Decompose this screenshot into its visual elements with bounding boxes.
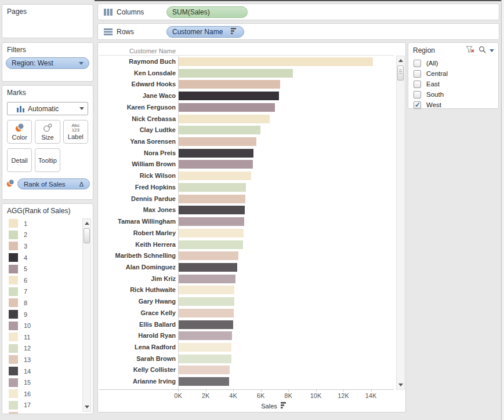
legend-swatch[interactable] [9, 276, 18, 284]
scroll-up-arrow[interactable] [83, 220, 90, 227]
row-label[interactable]: Edward Hooks [98, 79, 176, 90]
chevron-down-icon[interactable] [79, 107, 84, 110]
row-label[interactable]: Tamara Willingham [98, 216, 176, 228]
legend-item[interactable]: 7 [3, 286, 82, 298]
legend-swatch[interactable] [9, 310, 18, 319]
row-label[interactable]: Gary Hwang [98, 296, 176, 308]
legend-swatch[interactable] [9, 401, 18, 410]
row-label[interactable]: Harold Ryan [98, 330, 176, 342]
row-label[interactable]: Nick Crebassa [98, 114, 176, 125]
row-label[interactable]: Robert Marley [98, 228, 176, 239]
color-legend-panel[interactable]: AGG(Rank of Sales) 123456789101112131415… [2, 203, 93, 414]
bar[interactable] [179, 137, 256, 146]
row-label[interactable]: Clay Ludtke [98, 125, 176, 136]
legend-scrollbar[interactable] [82, 218, 91, 412]
checkbox[interactable] [414, 60, 421, 67]
filters-shelf[interactable]: Filters Region: West [2, 42, 93, 82]
rank-of-sales-pill[interactable]: Rank of Sales Δ [17, 178, 90, 189]
legend-swatch[interactable] [9, 298, 18, 307]
bar[interactable] [179, 171, 251, 180]
bar[interactable] [179, 366, 230, 374]
columns-shelf[interactable]: Columns SUM(Sales) [97, 3, 499, 20]
row-label[interactable]: Lena Radford [98, 342, 176, 353]
pages-shelf[interactable]: Pages [2, 4, 93, 38]
checkbox[interactable] [414, 101, 421, 109]
row-label[interactable]: Arianne Irving [98, 376, 176, 388]
customer-name-pill[interactable]: Customer Name [166, 26, 244, 38]
bar[interactable] [179, 103, 275, 112]
legend-item[interactable]: 15 [3, 377, 82, 388]
legend-item[interactable]: 4 [3, 252, 82, 264]
color-button[interactable]: Color [7, 120, 32, 144]
scroll-down-arrow[interactable] [397, 381, 404, 389]
option-label[interactable]: (All) [426, 60, 438, 67]
bar[interactable] [179, 229, 244, 238]
bar[interactable] [179, 331, 232, 340]
chevron-down-icon[interactable] [490, 49, 494, 52]
row-label[interactable]: Sarah Brown [98, 353, 176, 365]
legend-item[interactable]: 1 [3, 218, 82, 229]
bar[interactable] [179, 343, 231, 352]
row-label[interactable]: Fred Hopkins [98, 182, 176, 193]
legend-item[interactable]: 5 [3, 263, 82, 275]
row-label[interactable]: Jane Waco [98, 90, 176, 102]
legend-swatch[interactable] [9, 219, 18, 228]
legend-item[interactable]: 3 [3, 240, 82, 252]
legend-item[interactable]: 10 [3, 320, 82, 331]
legend-swatch[interactable] [9, 355, 18, 364]
rows-shelf[interactable]: Rows Customer Name [97, 23, 499, 40]
detail-button[interactable]: Detail [7, 148, 32, 172]
legend-item[interactable]: 9 [3, 309, 82, 320]
exclude-filter-icon[interactable] [466, 45, 475, 56]
bar[interactable] [179, 160, 253, 169]
checkbox[interactable] [414, 70, 421, 78]
sort-descending-icon[interactable] [231, 28, 238, 36]
region-option-central[interactable]: Central [408, 68, 498, 79]
legend-item[interactable]: 2 [3, 229, 82, 241]
bar[interactable] [179, 217, 244, 226]
scrollbar-thumb[interactable] [84, 228, 90, 243]
bar[interactable] [179, 240, 243, 249]
legend-swatch[interactable] [9, 412, 18, 414]
search-icon[interactable] [478, 45, 486, 56]
legend-item[interactable]: 13 [3, 354, 82, 366]
option-label[interactable]: South [426, 91, 444, 98]
row-label[interactable]: Jim Kriz [98, 273, 176, 285]
row-label[interactable]: Kelly Collister [98, 364, 176, 376]
legend-item[interactable]: 14 [3, 366, 82, 377]
row-label[interactable]: Grace Kelly [98, 308, 176, 319]
bar[interactable] [179, 263, 237, 272]
size-button[interactable]: Size [35, 120, 60, 144]
option-label[interactable]: Central [426, 70, 448, 77]
chart-area[interactable]: Customer Name Raymond BuchKen LonsdaleEd… [97, 42, 406, 412]
row-label[interactable]: Ellis Ballard [98, 319, 176, 331]
marks-panel[interactable]: Marks Automatic Color Size Abc 123 Label [2, 85, 93, 200]
legend-item[interactable]: 11 [3, 331, 82, 343]
bar[interactable] [179, 206, 245, 214]
bar[interactable] [179, 297, 234, 306]
mark-type-dropdown[interactable]: Automatic [7, 102, 88, 115]
legend-swatch[interactable] [9, 242, 18, 250]
chevron-down-icon[interactable] [79, 62, 84, 65]
filter-pill-region-west[interactable]: Region: West [6, 57, 89, 69]
legend-item[interactable]: 17 [3, 400, 82, 411]
x-axis-title[interactable]: Sales [178, 402, 371, 410]
region-option-all[interactable]: (All) [408, 58, 498, 68]
row-label[interactable]: Max Jones [98, 204, 176, 216]
scroll-down-arrow[interactable] [83, 403, 90, 411]
bar[interactable] [179, 126, 260, 134]
row-label[interactable]: Maribeth Schnelling [98, 250, 176, 262]
row-label[interactable]: Rick Huthwaite [98, 284, 176, 296]
row-label[interactable]: Yana Sorensen [98, 136, 176, 148]
region-option-west[interactable]: West [408, 100, 498, 110]
bar[interactable] [179, 57, 373, 66]
region-quick-filter[interactable]: Region (All)CentralEastSouthWest [408, 42, 499, 109]
sort-descending-icon[interactable] [281, 402, 288, 410]
bar[interactable] [179, 286, 234, 294]
row-label[interactable]: Karen Ferguson [98, 102, 176, 114]
bar[interactable] [179, 309, 234, 317]
chart-scrollbar[interactable] [396, 56, 405, 390]
legend-swatch[interactable] [9, 322, 18, 330]
legend-swatch[interactable] [9, 389, 18, 398]
legend-item[interactable]: 8 [3, 297, 82, 309]
